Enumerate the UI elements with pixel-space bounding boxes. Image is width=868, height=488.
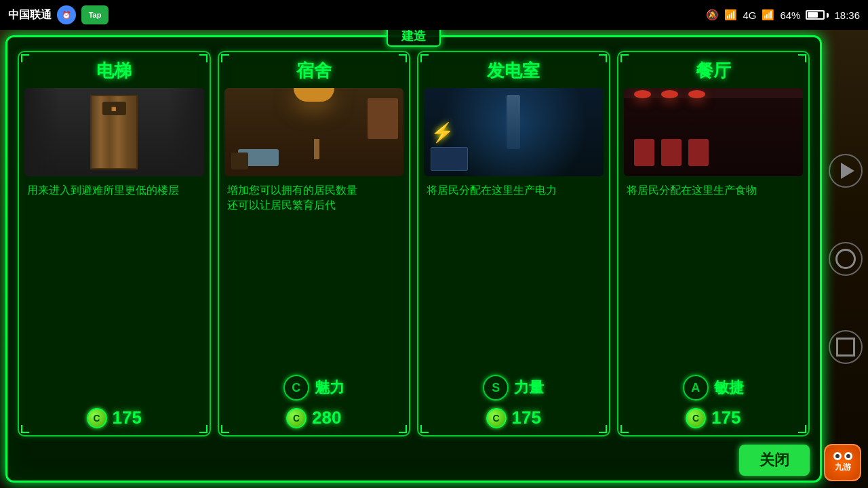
card-elevator-image: ▦ — [24, 88, 204, 176]
signal-text: 4G — [743, 9, 756, 21]
modal-title: 建造 — [387, 30, 441, 47]
stat-name-dorm: 魅力 — [315, 378, 344, 398]
status-bar: 中国联通 ⏰ Tap 🔕 📶 4G 📶 64% 18:36 — [0, 0, 868, 30]
card-restaurant-desc: 将居民分配在这里生产食物 — [624, 183, 804, 375]
coin-icon-elevator: C — [87, 408, 107, 428]
stat-circle-dorm: C — [283, 375, 309, 401]
coin-icon-dorm: C — [286, 408, 307, 428]
card-elevator-cost: C 175 — [24, 407, 204, 428]
close-button[interactable]: 关闭 — [739, 445, 810, 476]
time-display: 18:36 — [834, 9, 860, 21]
card-dorm-title: 宿舍 — [296, 59, 332, 83]
card-power-image: ⚡ — [424, 88, 604, 176]
card-power-cost: C 175 — [424, 407, 604, 428]
jiuyou-text: 九游 — [835, 462, 851, 473]
stat-circle-power: S — [483, 375, 509, 401]
card-dorm-image — [224, 88, 404, 176]
status-right: 🔕 📶 4G 📶 64% 18:36 — [706, 9, 860, 21]
jiuyou-eyes — [833, 452, 852, 460]
wifi-icon: 📶 — [724, 9, 737, 21]
signal-bars: 📶 — [762, 9, 774, 21]
card-power-stat: S 力量 — [424, 375, 604, 401]
card-restaurant-image — [624, 88, 804, 176]
cost-value-dorm: 280 — [312, 407, 341, 428]
jiuyou-logo: 九游 — [824, 444, 861, 481]
card-dorm-stat: C 魅力 — [224, 375, 404, 401]
card-dorm-cost: C 280 — [224, 407, 404, 428]
card-dorm-desc: 增加您可以拥有的居民数量还可以让居民繁育后代 — [224, 183, 404, 375]
card-restaurant-title: 餐厅 — [696, 59, 731, 83]
card-restaurant-stat: A 敏捷 — [624, 375, 804, 401]
coin-icon-restaurant: C — [686, 408, 706, 428]
stat-circle-restaurant: A — [683, 375, 709, 401]
battery-percent: 64% — [780, 9, 800, 21]
carrier-text: 中国联通 — [8, 8, 52, 22]
cost-value-elevator: 175 — [113, 407, 142, 428]
status-left: 中国联通 ⏰ Tap — [8, 5, 108, 24]
card-power-desc: 将居民分配在这里生产电力 — [424, 183, 604, 375]
lightning-icon: ⚡ — [431, 121, 454, 144]
card-elevator[interactable]: 电梯 ▦ 用来进入到避难所里更低的楼层 C 175 — [18, 51, 211, 436]
coin-icon-power: C — [486, 408, 507, 428]
card-dorm[interactable]: 宿舍 增加您可以拥有的居民数量还可以让居民繁育后代 C 魅力 — [218, 51, 411, 436]
nav-home-button[interactable] — [829, 242, 863, 276]
modal-overlay: 建造 电梯 ▦ — [0, 30, 827, 488]
card-restaurant-cost: C 175 — [624, 407, 804, 428]
tap-icon: Tap — [81, 5, 108, 24]
nav-right — [829, 154, 863, 364]
cost-value-power: 175 — [512, 407, 541, 428]
clock-icon: ⏰ — [57, 5, 76, 24]
battery-icon — [806, 10, 829, 20]
mute-icon: 🔕 — [706, 9, 719, 21]
card-restaurant[interactable]: 餐厅 将居民分配在这里生产食物 — [617, 51, 810, 436]
cards-container: 电梯 ▦ 用来进入到避难所里更低的楼层 C 175 — [7, 37, 820, 447]
card-power[interactable]: 发电室 ⚡ 将居民分配在这里生产电力 S 力量 — [417, 51, 610, 436]
nav-back-button[interactable] — [829, 154, 863, 188]
card-power-title: 发电室 — [487, 59, 540, 83]
nav-recent-button[interactable] — [829, 330, 863, 364]
cost-value-restaurant: 175 — [711, 407, 741, 428]
modal-bottom: 关闭 — [7, 447, 820, 481]
card-elevator-title: 电梯 — [96, 59, 132, 83]
game-background: 建造 电梯 ▦ — [0, 30, 868, 488]
stat-name-restaurant: 敏捷 — [714, 378, 744, 398]
build-modal: 建造 电梯 ▦ — [5, 35, 822, 483]
card-elevator-desc: 用来进入到避难所里更低的楼层 — [24, 183, 204, 405]
stat-name-power: 力量 — [514, 378, 544, 398]
